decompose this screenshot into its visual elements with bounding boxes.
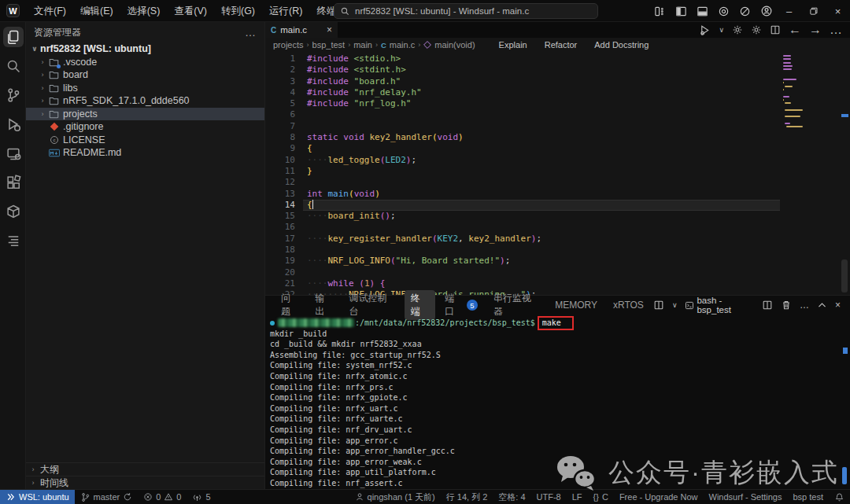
new-terminal-grid-icon[interactable] (653, 300, 664, 311)
code-editor[interactable]: 1#include <stdio.h>2#include <stdint.h>3… (265, 52, 850, 295)
status-git-branch[interactable]: master (75, 490, 139, 504)
tree-item--vscode[interactable]: ›.vscode (26, 56, 264, 69)
code-line[interactable]: 8static void key2_handler(void) (265, 132, 850, 143)
code-line[interactable]: 12 (265, 177, 850, 188)
sidebar-section-0[interactable]: ›大纲 (26, 462, 264, 476)
code-line[interactable]: 18 (265, 245, 850, 256)
activity-search[interactable] (0, 51, 26, 80)
trash-icon[interactable] (781, 300, 792, 311)
maximize-icon[interactable] (801, 0, 826, 22)
menu-r[interactable]: 运行(R) (262, 0, 309, 22)
code-line[interactable]: 5#include "nrf_log.h" (265, 98, 850, 109)
code-line[interactable]: 14{ (265, 200, 850, 211)
toggle-sidebar-icon[interactable] (671, 0, 692, 22)
tree-item-projects[interactable]: ›projects (26, 108, 264, 121)
sync-circle-icon[interactable] (734, 0, 756, 22)
activity-source-control[interactable] (0, 80, 26, 109)
breadcrumb-item[interactable]: bsp_test (312, 40, 346, 50)
lens-refactor[interactable]: Refactor (545, 40, 578, 50)
code-line[interactable]: 20 (265, 267, 850, 278)
status-cursor-position[interactable]: 行 14, 列 2 (441, 490, 493, 504)
code-line[interactable]: 1#include <stdio.h> (265, 53, 850, 64)
editor-scrollbar-thumb[interactable] (841, 259, 848, 292)
code-line[interactable]: 21····while (1) { (265, 278, 850, 289)
command-center-search[interactable]: nrf52832 [WSL: ubuntu] - Windsurf - main… (334, 3, 598, 19)
activity-remote-explorer[interactable] (0, 138, 26, 167)
menu-g[interactable]: 转到(G) (214, 0, 262, 22)
menu-v[interactable]: 查看(V) (167, 0, 214, 22)
breadcrumb-item[interactable]: main (353, 40, 372, 50)
more-icon[interactable]: … (800, 300, 809, 311)
terminal-icon[interactable]: bash - bsp_test (685, 296, 754, 315)
chevron-down-icon[interactable]: ∨ (719, 26, 724, 34)
chevron-down-icon[interactable]: ∨ (672, 301, 678, 309)
lens-explain[interactable]: Explain (499, 40, 527, 50)
editor-scrollbar[interactable] (839, 52, 850, 295)
split-terminal-icon[interactable] (762, 300, 773, 311)
status-language-mode[interactable]: {}C (588, 490, 614, 504)
code-line[interactable]: 19····NRF_LOG_INFO("Hi, Board started!")… (265, 256, 850, 267)
forward-icon[interactable]: → (809, 23, 822, 37)
activity-package[interactable] (0, 197, 26, 226)
code-line[interactable]: 11} (265, 166, 850, 177)
status-git-author[interactable]: qingshan (1 天前) (349, 490, 441, 504)
tree-item-nrf5_sdk_17-1-0_ddde560[interactable]: ›nRF5_SDK_17.1.0_ddde560 (26, 94, 264, 108)
code-line[interactable]: 3#include "board.h" (265, 76, 850, 87)
more-icon[interactable]: … (830, 23, 842, 37)
gear-icon[interactable] (732, 24, 743, 35)
status-indentation[interactable]: 空格: 4 (493, 490, 530, 504)
minimap[interactable] (780, 52, 839, 295)
menu-e[interactable]: 编辑(E) (73, 0, 120, 22)
status-encoding[interactable]: UTF-8 (531, 490, 567, 504)
breadcrumb-item[interactable]: main(void) (434, 40, 475, 50)
code-line[interactable]: 4#include "nrf_delay.h" (265, 87, 850, 98)
status-remote-wsl[interactable]: WSL: ubuntu (0, 490, 75, 504)
maximize-panel-icon[interactable] (817, 300, 827, 311)
activity-extensions[interactable] (0, 167, 26, 197)
status-ports[interactable]: 5 (187, 490, 216, 504)
code-line[interactable]: 9{ (265, 143, 850, 154)
terminal-scrollbar-thumb[interactable] (842, 467, 847, 484)
panel-tab-xrtos[interactable]: xRTOS (607, 298, 650, 312)
tab-close-icon[interactable]: × (327, 24, 332, 35)
code-line[interactable]: 15····board_init(); (265, 211, 850, 222)
account-icon[interactable] (756, 0, 777, 22)
tree-root[interactable]: ∨nrf52832 [WSL: ubuntu] (26, 42, 264, 56)
code-line[interactable]: 13int main(void) (265, 189, 850, 200)
panel-tab-memory[interactable]: MEMORY (549, 298, 604, 312)
status-problems[interactable]: 00 (138, 490, 187, 504)
status-task[interactable]: bsp test (787, 490, 829, 504)
tree-item-license[interactable]: cLICENSE (26, 134, 264, 147)
code-line[interactable]: 17····key_register_handler(KEY2, key2_ha… (265, 234, 850, 245)
breadcrumb-item[interactable]: projects (273, 40, 304, 50)
code-line[interactable]: 10····led_toggle(LED2); (265, 155, 850, 166)
toggle-panel-icon[interactable] (692, 0, 713, 22)
run-icon[interactable] (699, 24, 711, 36)
tree-item-readme-md[interactable]: README.md (26, 146, 264, 160)
code-line[interactable]: 6 (265, 109, 850, 120)
activity-run-debug[interactable] (0, 109, 26, 138)
tree-item-libs[interactable]: ›libs (26, 82, 264, 95)
sidebar-section-1[interactable]: ›时间线 (26, 476, 264, 489)
tree-item--gitignore[interactable]: .gitignore (26, 120, 264, 134)
activity-explorer[interactable] (0, 22, 26, 51)
status-notifications[interactable] (829, 490, 850, 504)
menu-f[interactable]: 文件(F) (27, 0, 73, 22)
activity-outline-list[interactable] (0, 226, 26, 255)
minimize-icon[interactable]: – (777, 0, 801, 22)
menu-s[interactable]: 选择(S) (120, 0, 168, 22)
gear-icon2[interactable] (751, 24, 762, 35)
split-editor-icon[interactable] (770, 24, 781, 35)
code-line[interactable]: 7 (265, 121, 850, 132)
code-line[interactable]: 16 (265, 222, 850, 233)
close-panel-icon[interactable]: × (835, 300, 841, 311)
tab-main-c[interactable]: C main.c × (265, 22, 338, 38)
status-windsurf-settings[interactable]: Windsurf - Settings (704, 490, 788, 504)
terminal[interactable]: :/mnt/data/nrf52832/projects/bsp_test$ m… (265, 315, 850, 489)
close-icon[interactable]: × (826, 0, 850, 22)
sidebar-more-icon[interactable]: … (245, 26, 257, 39)
breadcrumb-item[interactable]: main.c (390, 40, 415, 50)
lens-add-docstring[interactable]: Add Docstring (594, 40, 649, 50)
status-plan[interactable]: Free - Upgrade Now (614, 490, 704, 504)
tree-item-board[interactable]: ›board (26, 68, 264, 82)
